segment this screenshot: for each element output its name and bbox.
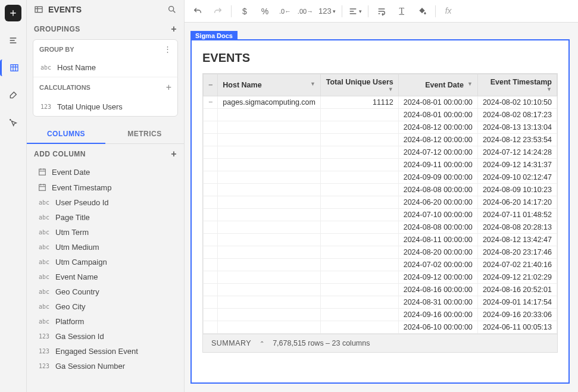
column-item[interactable]: abcUser Pseudo Id	[27, 195, 184, 210]
column-item[interactable]: abcGeo Country	[27, 284, 184, 299]
cell-date: 2024-09-16 00:00:00	[398, 309, 477, 321]
text-type-icon: abc	[38, 244, 51, 250]
svg-rect-4	[39, 184, 46, 190]
increase-decimal-button[interactable]: .00→	[298, 4, 313, 18]
panel-tabs: COLUMNS METRICS	[27, 125, 184, 144]
cell-date: 2024-08-08 00:00:00	[398, 221, 477, 234]
format-button[interactable]	[5, 87, 21, 104]
element-label[interactable]: Sigma Docs	[190, 31, 238, 40]
cell-ts: 2024-07-11 01:48:52	[477, 209, 557, 221]
panel-header: EVENTS	[27, 0, 184, 19]
grouping-menu-icon[interactable]: ⋮	[164, 45, 171, 54]
group-by-field[interactable]: abc Host Name	[33, 58, 177, 77]
table-row[interactable]: 2024-08-12 00:00:002024-08-12 23:53:54	[204, 134, 557, 146]
column-label: Engaged Session Event	[55, 347, 138, 356]
percent-button[interactable]: %	[258, 4, 272, 18]
cell-date: 2024-09-09 00:00:00	[398, 171, 477, 184]
cell-ts: 2024-08-02 10:10:50	[477, 96, 557, 109]
table-row[interactable]: 2024-06-20 00:00:002024-06-20 14:17:20	[204, 196, 557, 209]
collapse-group-button[interactable]: −	[204, 96, 218, 109]
table-row[interactable]: 2024-07-10 00:00:002024-07-11 01:48:52	[204, 209, 557, 221]
column-label: Geo City	[55, 302, 86, 311]
col-header-ts[interactable]: Event Timestamp▼	[477, 74, 557, 96]
column-item[interactable]: abcUtm Campaign	[27, 255, 184, 269]
data-panel-button[interactable]	[0, 59, 25, 76]
cell-date: 2024-08-11 00:00:00	[398, 234, 477, 246]
table-row[interactable]: 2024-09-12 00:00:002024-09-12 21:02:29	[204, 271, 557, 284]
collapse-all-button[interactable]: −	[204, 74, 218, 96]
redo-button[interactable]	[211, 4, 225, 18]
add-grouping-button[interactable]: +	[171, 24, 177, 35]
column-item[interactable]: abcUtm Medium	[27, 240, 184, 255]
cell-date: 2024-08-20 00:00:00	[398, 246, 477, 259]
brush-icon	[8, 90, 18, 100]
table-row[interactable]: 2024-07-12 00:00:002024-07-12 14:24:28	[204, 146, 557, 159]
tab-metrics[interactable]: METRICS	[105, 125, 184, 143]
text-type-icon: abc	[38, 229, 51, 236]
table-title: EVENTS	[202, 51, 558, 65]
table-row[interactable]: 2024-08-16 00:00:002024-08-16 20:52:01	[204, 284, 557, 296]
table-row[interactable]: 2024-07-02 00:00:002024-07-02 21:40:16	[204, 259, 557, 271]
column-label: Geo Country	[55, 287, 99, 296]
undo-button[interactable]	[190, 4, 205, 18]
tab-columns[interactable]: COLUMNS	[27, 125, 105, 144]
column-label: Utm Term	[55, 228, 89, 237]
table-icon	[34, 5, 43, 14]
decrease-decimal-button[interactable]: .0←	[278, 4, 292, 18]
add-column-button[interactable]: +	[171, 149, 177, 159]
column-item[interactable]: abcPage Title	[27, 210, 184, 225]
formula-toolbar: $ % .0← .00→ 123▾ ▾ T fx	[185, 0, 578, 23]
col-header-host[interactable]: Host Name▼	[218, 74, 321, 96]
column-item[interactable]: 123Engaged Session Event	[27, 344, 184, 359]
table-row[interactable]: 2024-08-31 00:00:002024-09-01 14:17:54	[204, 296, 557, 309]
add-element-button[interactable]	[5, 5, 21, 21]
column-label: Event Timestamp	[52, 183, 111, 192]
wrap-text-button[interactable]	[374, 4, 389, 18]
group-by-label: GROUP BY	[39, 46, 74, 53]
fill-color-button[interactable]	[415, 4, 429, 18]
table-row[interactable]: 2024-09-11 00:00:002024-09-12 14:31:37	[204, 159, 557, 171]
number-format-dropdown[interactable]: 123▾	[318, 4, 336, 18]
canvas[interactable]: Sigma Docs EVENTS − Host Name▼ Total Uni…	[185, 23, 578, 392]
table-row[interactable]: −pages.sigmacomputing.com111122024-08-01…	[204, 96, 557, 109]
currency-button[interactable]: $	[238, 4, 252, 18]
column-item[interactable]: 123Ga Session Id	[27, 329, 184, 344]
calculations-label: CALCULATIONS	[39, 84, 90, 91]
search-icon[interactable]	[167, 5, 177, 14]
column-item[interactable]: 123Ga Session Number	[27, 359, 184, 374]
text-type-icon: abc	[38, 274, 51, 280]
cell-date: 2024-08-12 00:00:00	[398, 134, 477, 146]
table-row[interactable]: 2024-08-11 00:00:002024-08-12 13:42:47	[204, 234, 557, 246]
table-row[interactable]: 2024-06-10 00:00:002024-06-11 00:05:13	[204, 321, 557, 334]
table-summary[interactable]: SUMMARY ⌃ 7,678,515 rows – 23 columns	[203, 334, 557, 352]
column-item[interactable]: abcEvent Name	[27, 269, 184, 284]
actions-button[interactable]	[5, 114, 21, 131]
column-label: Ga Session Number	[55, 362, 125, 371]
text-color-button[interactable]: T	[395, 4, 409, 18]
table-row[interactable]: 2024-08-08 00:00:002024-08-08 20:28:13	[204, 221, 557, 234]
formula-bar[interactable]: fx	[442, 6, 572, 16]
outline-button[interactable]	[5, 32, 21, 49]
table-row[interactable]: 2024-08-20 00:00:002024-08-20 23:17:46	[204, 246, 557, 259]
align-dropdown[interactable]: ▾	[348, 4, 362, 18]
column-item[interactable]: Event Date	[27, 164, 184, 180]
cell-ts: 2024-08-20 23:17:46	[477, 246, 557, 259]
col-header-date[interactable]: Event Date▼	[398, 74, 477, 96]
add-column-header: ADD COLUMN +	[27, 144, 184, 164]
calculation-field[interactable]: 123 Total Unique Users	[33, 98, 177, 116]
table-icon	[10, 63, 19, 73]
table-element[interactable]: EVENTS − Host Name▼ Total Unique Users▼ …	[190, 39, 570, 384]
cell-ts: 2024-08-09 10:10:23	[477, 184, 557, 196]
column-item[interactable]: abcGeo City	[27, 299, 184, 314]
column-item[interactable]: Event Timestamp	[27, 180, 184, 195]
table-row[interactable]: 2024-09-16 00:00:002024-09-16 20:33:06	[204, 309, 557, 321]
column-item[interactable]: abcPlatform	[27, 314, 184, 329]
table-row[interactable]: 2024-08-01 00:00:002024-08-02 08:17:23	[204, 109, 557, 121]
table-row[interactable]: 2024-08-08 00:00:002024-08-09 10:10:23	[204, 184, 557, 196]
table-row[interactable]: 2024-08-12 00:00:002024-08-13 13:13:04	[204, 121, 557, 134]
table-row[interactable]: 2024-09-09 00:00:002024-09-10 02:12:47	[204, 171, 557, 184]
col-header-users[interactable]: Total Unique Users▼	[320, 74, 398, 96]
plus-icon	[8, 8, 18, 18]
add-calculation-button[interactable]: +	[166, 82, 171, 93]
column-item[interactable]: abcUtm Term	[27, 225, 184, 240]
